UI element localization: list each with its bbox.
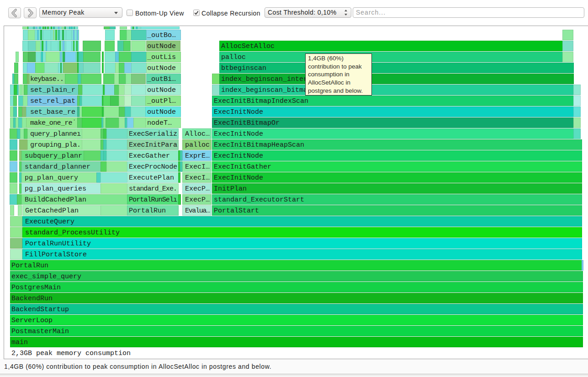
svg-text:outNode: outNode [147,64,176,72]
svg-text:ServerLoop: ServerLoop [11,317,53,324]
svg-text:PostmasterMain: PostmasterMain [11,328,69,335]
svg-text:_outLis: _outLis [147,53,176,61]
svg-text:main: main [11,339,28,346]
svg-text:pg_plan_query: pg_plan_query [25,174,78,182]
svg-text:ExecGather: ExecGather [129,152,170,160]
svg-text:btbeginscan: btbeginscan [221,64,266,72]
svg-text:PostgresMain: PostgresMain [11,284,61,292]
svg-text:PortalRun: PortalRun [11,262,48,270]
svg-text:ExecP…: ExecP… [185,185,210,193]
svg-text:ExecInitBitmapIndexScan: ExecInitBitmapIndexScan [214,97,308,105]
svg-text:make_one_re˙: make_one_re˙ [30,119,76,127]
svg-text:BackendRun: BackendRun [11,295,53,303]
svg-text:ExecInitBitmapOr: ExecInitBitmapOr [214,119,280,127]
svg-text:palloc: palloc [185,141,210,149]
svg-text:ExecInitGather: ExecInitGather [214,163,271,171]
svg-text:AllocSetAlloc: AllocSetAlloc [221,42,275,50]
svg-text:_outBi…: _outBi… [147,75,176,83]
svg-text:_outPl…: _outPl… [147,97,176,105]
svg-text:index_beginscan_bitmap: index_beginscan_bitmap [221,86,312,94]
svg-text:_outBo…: _outBo… [147,32,176,39]
svg-text:set_plain_r: set_plain_r [30,86,75,94]
svg-text:ExecInitPara: ExecInitPara [129,141,177,149]
svg-text:PortalRun: PortalRun [129,207,166,215]
svg-text:ExprE…: ExprE… [185,152,210,160]
svg-text:ExecInitBitmapHeapScan: ExecInitBitmapHeapScan [214,141,304,149]
svg-text:Evalua…: Evalua… [185,207,210,215]
svg-text:ExecInitNode: ExecInitNode [214,108,263,116]
svg-text:subquery_planr: subquery_planr [25,152,82,160]
svg-text:GetCachedPlan: GetCachedPlan [25,207,79,215]
svg-text:FillPortalStore: FillPortalStore [25,251,87,259]
svg-text:ExecuteQuery: ExecuteQuery [25,218,74,226]
svg-text:standard_planner: standard_planner [25,163,90,171]
svg-text:grouping_pla.: grouping_pla. [30,141,81,149]
svg-text:query_planneı: query_planneı [30,130,81,138]
svg-text:ExecInitNode: ExecInitNode [214,174,263,182]
svg-text:BackendStartup: BackendStartup [11,306,69,313]
svg-text:BuildCachedPlan: BuildCachedPlan [25,196,86,204]
svg-text:palloc: palloc [221,53,246,61]
svg-text:outNode: outNode [147,86,176,94]
svg-text:ExecI…: ExecI… [185,163,210,171]
svg-text:ExecutePlan: ExecutePlan [129,174,174,182]
svg-text:ExecI…: ExecI… [185,174,210,182]
svg-text:standard_ExecutorStart: standard_ExecutorStart [214,196,304,204]
svg-text:outNode: outNode [147,108,176,116]
svg-text:outNode: outNode [147,42,176,50]
svg-text:set_rel_pat: set_rel_pat [30,97,75,105]
svg-text:standard_ProcessUtility: standard_ProcessUtility [25,229,120,237]
svg-text:nodeT…: nodeT… [147,119,172,127]
svg-text:ExecInitNode: ExecInitNode [214,152,263,160]
svg-text:ExecSerializ: ExecSerializ [129,130,177,138]
svg-text:PortalStart: PortalStart [214,207,259,215]
svg-text:ExecInitNode: ExecInitNode [214,130,263,138]
svg-text:exec_simple_query: exec_simple_query [11,273,81,281]
svg-text:pg_plan_queries: pg_plan_queries [25,185,86,193]
svg-text:standard_Exe.: standard_Exe. [129,185,177,193]
svg-text:PortalRunSelı: PortalRunSelı [129,196,177,204]
svg-text:set_base_re: set_base_re [30,108,75,116]
svg-text:Alloc…: Alloc… [185,130,210,138]
svg-text:ExecP…: ExecP… [185,196,210,204]
svg-text:keybase..: keybase.. [30,75,64,83]
svg-text:ExecProcNode: ExecProcNode [129,163,177,171]
svg-text:PortalRunUtility: PortalRunUtility [25,240,91,248]
svg-text:2,3GB peak memory consumption: 2,3GB peak memory consumption [11,350,131,357]
svg-text:InitPlan: InitPlan [214,185,247,193]
